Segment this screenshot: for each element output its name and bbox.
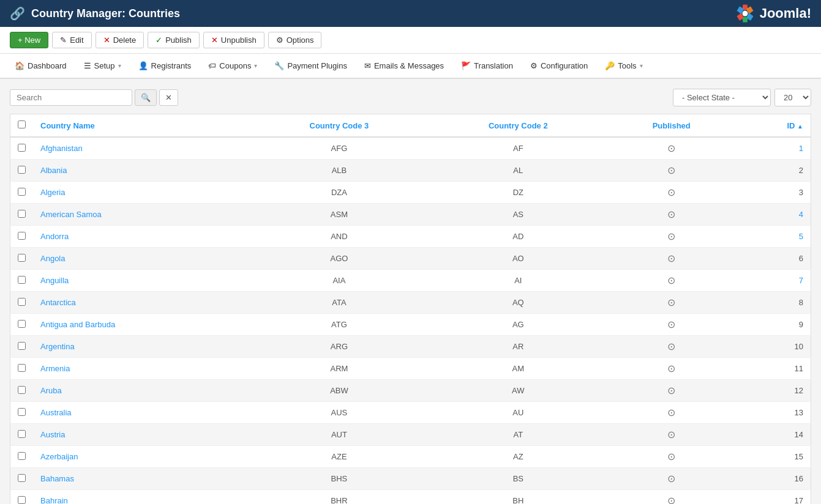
country-name-link[interactable]: Bahamas	[40, 474, 74, 483]
country-name-link[interactable]: Andorra	[40, 232, 69, 241]
id-link[interactable]: 4	[799, 210, 803, 219]
row-checkbox[interactable]	[18, 166, 26, 174]
country-name-link[interactable]: Bahrain	[40, 496, 68, 504]
row-checkbox[interactable]	[18, 320, 26, 328]
per-page-select[interactable]: 20 5 10 50 100	[774, 89, 811, 106]
col-header-country-name[interactable]: Country Name	[33, 114, 250, 138]
country-name-link[interactable]: Anguilla	[40, 276, 69, 285]
select-all-header	[10, 114, 34, 138]
country-name-link[interactable]: Albania	[40, 166, 67, 175]
id-cell: 14	[735, 424, 811, 446]
code2-cell: AQ	[429, 292, 607, 314]
published-cell[interactable]: ⊙	[608, 446, 735, 468]
row-checkbox[interactable]	[18, 386, 26, 394]
new-button[interactable]: + New	[10, 32, 48, 48]
country-name-link[interactable]: American Samoa	[40, 210, 102, 219]
published-cell[interactable]: ⊙	[608, 424, 735, 446]
col-header-id[interactable]: ID	[735, 114, 811, 138]
table-row: ArubaABWAW⊙12	[10, 380, 811, 402]
code2-cell: DZ	[429, 182, 607, 204]
nav-item-dashboard[interactable]: 🏠 Dashboard	[6, 54, 75, 79]
published-cell[interactable]: ⊙	[608, 380, 735, 402]
row-checkbox[interactable]	[18, 210, 26, 218]
published-cell[interactable]: ⊙	[608, 160, 735, 182]
country-name-link[interactable]: Aruba	[40, 386, 62, 395]
country-name-link[interactable]: Australia	[40, 408, 72, 417]
country-name-link[interactable]: Afghanistan	[40, 144, 83, 153]
nav-item-label: Coupons	[219, 61, 251, 70]
row-checkbox[interactable]	[18, 408, 26, 416]
publish-button[interactable]: ✓ Publish	[148, 32, 200, 48]
country-name-link[interactable]: Algeria	[40, 188, 65, 197]
published-cell[interactable]: ⊙	[608, 270, 735, 292]
row-checkbox[interactable]	[18, 342, 26, 350]
id-link[interactable]: 5	[799, 232, 803, 241]
row-checkbox[interactable]	[18, 144, 26, 152]
countries-table: Country Name Country Code 3 Country Code…	[10, 114, 811, 504]
id-link[interactable]: 7	[799, 276, 803, 285]
row-checkbox[interactable]	[18, 474, 26, 482]
nav-item-registrants[interactable]: 👤 Registrants	[130, 54, 200, 79]
id-link[interactable]: 1	[799, 144, 803, 153]
nav-item-configuration[interactable]: ⚙ Configuration	[522, 54, 596, 79]
search-icon: 🔍	[141, 93, 151, 102]
country-name-link[interactable]: Austria	[40, 430, 65, 439]
country-name-link[interactable]: Argentina	[40, 342, 75, 351]
nav-item-emails-messages[interactable]: ✉ Emails & Messages	[356, 54, 452, 79]
state-select[interactable]: - Select State - Published Unpublished	[673, 89, 771, 106]
row-checkbox[interactable]	[18, 298, 26, 306]
row-checkbox[interactable]	[18, 254, 26, 262]
country-name-link[interactable]: Angola	[40, 254, 65, 263]
country-name-link[interactable]: Antarctica	[40, 298, 76, 307]
country-name-link[interactable]: Armenia	[40, 364, 70, 373]
published-cell[interactable]: ⊙	[608, 490, 735, 505]
options-button[interactable]: ⚙ Options	[268, 32, 322, 48]
country-name-link[interactable]: Azerbaijan	[40, 452, 78, 461]
email-icon: ✉	[364, 61, 371, 70]
nav-item-translation[interactable]: 🚩 Translation	[452, 54, 522, 79]
row-checkbox[interactable]	[18, 364, 26, 372]
nav-item-coupons[interactable]: 🏷 Coupons ▾	[200, 54, 266, 79]
country-name-cell: Azerbaijan	[33, 446, 250, 468]
nav-item-label: Dashboard	[28, 61, 67, 70]
clear-search-button[interactable]: ✕	[159, 89, 178, 106]
code3-cell: ASM	[250, 204, 429, 226]
col-header-code2[interactable]: Country Code 2	[429, 114, 607, 138]
edit-button[interactable]: ✎ ✎ Edit Edit	[52, 32, 91, 48]
row-checkbox[interactable]	[18, 496, 26, 504]
published-cell[interactable]: ⊙	[608, 468, 735, 490]
nav-item-payment-plugins[interactable]: 🔧 Payment Plugins	[266, 54, 356, 79]
published-cell[interactable]: ⊙	[608, 402, 735, 424]
code3-cell: AUT	[250, 424, 429, 446]
id-cell: 17	[735, 490, 811, 505]
row-checkbox[interactable]	[18, 188, 26, 196]
col-header-published[interactable]: Published	[608, 114, 735, 138]
published-cell[interactable]: ⊙	[608, 292, 735, 314]
published-cell[interactable]: ⊙	[608, 226, 735, 248]
row-checkbox[interactable]	[18, 430, 26, 438]
row-checkbox[interactable]	[18, 276, 26, 284]
payment-icon: 🔧	[274, 61, 284, 70]
unpublish-button[interactable]: ✕ Unpublish	[203, 32, 264, 48]
nav-item-setup[interactable]: ☰ Setup ▾	[75, 54, 130, 79]
published-cell[interactable]: ⊙	[608, 204, 735, 226]
code2-cell: AO	[429, 248, 607, 270]
published-cell[interactable]: ⊙	[608, 358, 735, 380]
select-all-checkbox[interactable]	[18, 120, 26, 128]
published-cell[interactable]: ⊙	[608, 336, 735, 358]
publish-icon: ✓	[156, 35, 162, 45]
published-cell[interactable]: ⊙	[608, 182, 735, 204]
published-cell[interactable]: ⊙	[608, 314, 735, 336]
nav-item-tools[interactable]: 🔑 Tools ▾	[596, 54, 651, 79]
published-cell[interactable]: ⊙	[608, 137, 735, 160]
search-input[interactable]	[10, 89, 132, 106]
col-label-country-name: Country Name	[40, 121, 95, 130]
row-checkbox[interactable]	[18, 232, 26, 240]
search-button[interactable]: 🔍	[135, 89, 157, 106]
col-header-code3[interactable]: Country Code 3	[250, 114, 429, 138]
row-checkbox[interactable]	[18, 452, 26, 460]
delete-button[interactable]: ✕ Delete	[96, 32, 144, 48]
published-cell[interactable]: ⊙	[608, 248, 735, 270]
code3-cell: AZE	[250, 446, 429, 468]
country-name-link[interactable]: Antigua and Barbuda	[40, 320, 115, 329]
